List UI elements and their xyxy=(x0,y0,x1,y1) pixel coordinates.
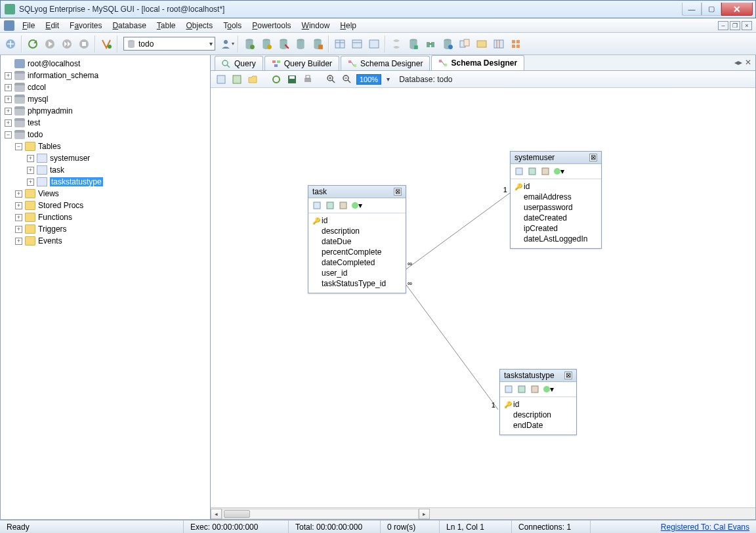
status-registered-link[interactable]: Registered To: Cal Evans xyxy=(661,522,756,532)
entity-taskstatustype[interactable]: taskstatustype⊠ ▾ 🔑id description endDat… xyxy=(499,369,577,435)
misc-tool-4-icon[interactable] xyxy=(440,36,455,52)
misc-tool-2-icon[interactable] xyxy=(406,36,421,52)
mdi-minimize-button[interactable]: – xyxy=(718,21,728,30)
entity-close-icon[interactable]: ⊠ xyxy=(589,154,597,161)
entity-systemuser[interactable]: systemuser⊠ ▾ 🔑id emailAddress userpassw… xyxy=(510,151,602,249)
tree-db-phpmyadmin[interactable]: +phpmyadmin xyxy=(1,105,210,117)
svg-line-49 xyxy=(442,61,444,65)
entity-tb-icon[interactable]: ▾ xyxy=(553,166,564,177)
scroll-left-icon[interactable]: ◂ xyxy=(211,509,222,519)
entity-tb-icon[interactable] xyxy=(516,384,528,394)
tree-db-mysql[interactable]: +mysql xyxy=(1,93,210,105)
tree-table-task[interactable]: +task xyxy=(1,164,210,176)
entity-tb-icon[interactable] xyxy=(526,166,538,177)
window-close-button[interactable]: ✕ xyxy=(721,3,753,16)
db-tool-3-icon[interactable] xyxy=(276,36,291,52)
entity-tb-icon[interactable] xyxy=(513,166,525,177)
execute-all-icon[interactable] xyxy=(59,36,75,52)
tree-db-information-schema[interactable]: +information_schema xyxy=(1,70,210,81)
misc-tool-8-icon[interactable] xyxy=(508,36,524,52)
save-icon[interactable] xyxy=(285,73,299,86)
entity-tb-icon[interactable] xyxy=(529,384,541,394)
window-minimize-button[interactable]: — xyxy=(682,3,702,16)
stop-icon[interactable] xyxy=(76,36,92,52)
tab-scroll-icon[interactable]: ◂▸ xyxy=(734,58,742,67)
menu-objects[interactable]: Objects xyxy=(181,20,219,32)
tree-db-cdcol[interactable]: +cdcol xyxy=(1,81,210,93)
scroll-thumb[interactable] xyxy=(224,510,250,518)
tab-query[interactable]: Query xyxy=(215,56,263,70)
menu-database[interactable]: Database xyxy=(107,20,151,32)
schema-canvas[interactable]: 1 ∞ ∞ 1 task⊠ ▾ 🔑id description xyxy=(211,88,755,507)
misc-tool-3-icon[interactable] xyxy=(423,36,438,52)
window-maximize-button[interactable]: ▢ xyxy=(702,3,721,16)
entity-tb-icon[interactable] xyxy=(539,166,551,177)
tree-folder-functions[interactable]: +Functions xyxy=(1,211,210,223)
misc-tool-1-icon[interactable] xyxy=(388,36,404,52)
misc-tool-5-icon[interactable] xyxy=(457,36,472,52)
tree-table-taskstatustype[interactable]: +taskstatustype xyxy=(1,176,210,188)
tab-schema-designer-1[interactable]: Schema Designer xyxy=(341,56,430,70)
db-tool-4-icon[interactable] xyxy=(293,36,308,52)
entity-tb-icon[interactable] xyxy=(311,200,323,211)
misc-tool-6-icon[interactable] xyxy=(474,36,490,52)
new-schema-icon[interactable] xyxy=(215,73,228,86)
zoom-in-icon[interactable] xyxy=(325,73,338,86)
mdi-close-button[interactable]: × xyxy=(742,21,752,30)
menu-powertools[interactable]: Powertools xyxy=(247,20,296,32)
zoom-dropdown-icon[interactable]: ▾ xyxy=(387,75,390,83)
tree-folder-triggers[interactable]: +Triggers xyxy=(1,223,210,235)
db-tool-2-icon[interactable] xyxy=(259,36,274,52)
menu-help[interactable]: Help xyxy=(335,20,362,32)
table-tool-2-icon[interactable] xyxy=(349,36,365,52)
scroll-right-icon[interactable]: ▸ xyxy=(419,509,430,519)
new-connection-icon[interactable] xyxy=(3,36,18,52)
menu-window[interactable]: Window xyxy=(297,20,335,32)
svg-rect-16 xyxy=(318,45,323,49)
tree-folder-views[interactable]: +Views xyxy=(1,188,210,200)
entity-tb-icon[interactable] xyxy=(337,200,349,211)
database-combo[interactable]: todo xyxy=(123,37,215,51)
table-tool-3-icon[interactable] xyxy=(366,36,382,52)
zoom-value[interactable]: 100% xyxy=(356,74,381,85)
mdi-restore-button[interactable]: ❐ xyxy=(730,21,740,30)
entity-close-icon[interactable]: ⊠ xyxy=(564,372,572,379)
entity-tb-icon[interactable]: ▾ xyxy=(350,200,362,211)
tree-table-systemuser[interactable]: +systemuser xyxy=(1,152,210,164)
tab-query-builder[interactable]: Query Builder xyxy=(264,56,339,70)
tree-folder-storedprocs[interactable]: +Stored Procs xyxy=(1,200,210,211)
menu-table[interactable]: Table xyxy=(152,20,181,32)
execute-icon[interactable] xyxy=(42,36,58,52)
svg-rect-30 xyxy=(464,39,469,46)
tab-close-icon[interactable]: ✕ xyxy=(745,58,751,67)
format-icon[interactable] xyxy=(98,36,114,52)
add-table-icon[interactable] xyxy=(230,73,243,86)
entity-task[interactable]: task⊠ ▾ 🔑id description dateDue percentC… xyxy=(308,185,406,293)
object-browser[interactable]: root@localhost +information_schema +cdco… xyxy=(1,55,211,519)
menu-file[interactable]: File xyxy=(17,20,40,32)
menu-tools[interactable]: Tools xyxy=(218,20,247,32)
tree-folder-events[interactable]: +Events xyxy=(1,235,210,247)
entity-tb-icon[interactable] xyxy=(503,384,514,394)
tab-schema-designer-2[interactable]: Schema Designer xyxy=(431,55,524,70)
entity-tb-icon[interactable] xyxy=(324,200,336,211)
db-tool-1-icon[interactable] xyxy=(242,36,257,52)
tree-folder-tables[interactable]: −Tables xyxy=(1,140,210,152)
zoom-out-icon[interactable] xyxy=(341,73,354,86)
misc-tool-7-icon[interactable] xyxy=(491,36,507,52)
print-icon[interactable] xyxy=(301,73,314,86)
menu-edit[interactable]: Edit xyxy=(40,20,64,32)
refresh-icon[interactable] xyxy=(25,36,41,52)
open-icon[interactable] xyxy=(246,73,259,86)
tree-db-test[interactable]: +test xyxy=(1,117,210,129)
tree-db-todo[interactable]: −todo xyxy=(1,129,210,140)
table-tool-1-icon[interactable] xyxy=(332,36,348,52)
menu-favorites[interactable]: Favorites xyxy=(64,20,107,32)
user-icon[interactable]: ▾ xyxy=(219,36,235,52)
entity-close-icon[interactable]: ⊠ xyxy=(394,188,402,196)
entity-tb-icon[interactable]: ▾ xyxy=(542,384,554,394)
db-tool-5-icon[interactable] xyxy=(310,36,326,52)
tree-connection[interactable]: root@localhost xyxy=(1,58,210,70)
refresh-schema-icon[interactable] xyxy=(270,73,283,86)
canvas-hscroll[interactable]: ◂ ▸ xyxy=(211,507,755,519)
